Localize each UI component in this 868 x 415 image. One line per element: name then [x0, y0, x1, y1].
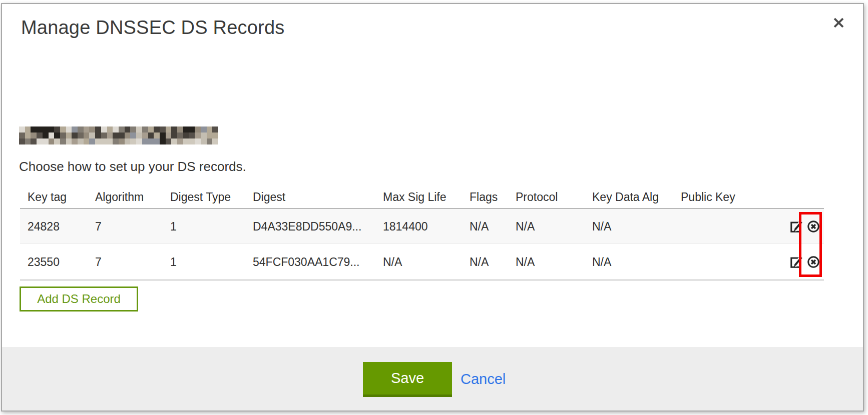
- redacted-domain-mosaic: [19, 126, 218, 144]
- cell-max-sig-life: 1814400: [383, 220, 428, 233]
- row-actions: [789, 254, 821, 270]
- header-public-key: Public Key: [681, 190, 735, 204]
- header-digest-type: Digest Type: [170, 190, 231, 204]
- delete-circle-x-icon[interactable]: [806, 254, 821, 270]
- header-flags: Flags: [470, 190, 498, 204]
- cell-protocol: N/A: [516, 220, 535, 233]
- table-row: 24828 7 1 D4A33E8DD550A9... 1814400 N/A …: [20, 209, 824, 244]
- close-icon[interactable]: [830, 14, 847, 31]
- cell-digest: 54FCF030AA1C79...: [253, 255, 360, 268]
- header-algorithm: Algorithm: [95, 190, 144, 204]
- cell-flags: N/A: [470, 255, 489, 268]
- cancel-link[interactable]: Cancel: [461, 371, 506, 388]
- cell-algorithm: 7: [95, 220, 102, 233]
- dialog-title: Manage DNSSEC DS Records: [21, 17, 284, 38]
- table-header-row: Key tag Algorithm Digest Type Digest Max…: [20, 186, 824, 209]
- cell-digest-type: 1: [170, 255, 177, 268]
- cell-key-data-alg: N/A: [592, 255, 611, 268]
- cell-key-data-alg: N/A: [592, 220, 611, 233]
- cell-digest: D4A33E8DD550A9...: [253, 220, 361, 233]
- cell-flags: N/A: [470, 220, 489, 233]
- header-max-sig-life: Max Sig Life: [383, 190, 447, 204]
- edit-icon[interactable]: [789, 219, 804, 234]
- cell-max-sig-life: N/A: [383, 255, 402, 268]
- header-protocol: Protocol: [516, 190, 558, 204]
- page: Manage DNSSEC DS Records Choose how to s…: [0, 0, 868, 415]
- cell-digest-type: 1: [170, 220, 177, 233]
- setup-instruction-text: Choose how to set up your DS records.: [19, 159, 246, 174]
- cell-algorithm: 7: [95, 255, 102, 268]
- header-digest: Digest: [253, 190, 285, 204]
- cell-key-tag: 24828: [28, 220, 60, 233]
- manage-dnssec-dialog: Manage DNSSEC DS Records Choose how to s…: [1, 3, 864, 412]
- table-row: 23550 7 1 54FCF030AA1C79... N/A N/A N/A …: [20, 244, 824, 280]
- cell-key-tag: 23550: [28, 255, 60, 268]
- dialog-footer: Save Cancel: [2, 347, 863, 410]
- header-key-data-alg: Key Data Alg: [592, 190, 659, 204]
- header-key-tag: Key tag: [28, 190, 67, 204]
- delete-circle-x-icon[interactable]: [806, 219, 821, 234]
- close-x-glyph: [832, 16, 845, 30]
- ds-records-table: Key tag Algorithm Digest Type Digest Max…: [20, 186, 824, 280]
- cell-protocol: N/A: [516, 255, 535, 268]
- edit-icon[interactable]: [789, 254, 804, 270]
- row-actions: [789, 219, 821, 234]
- save-button[interactable]: Save: [363, 362, 452, 397]
- add-ds-record-button[interactable]: Add DS Record: [20, 286, 138, 312]
